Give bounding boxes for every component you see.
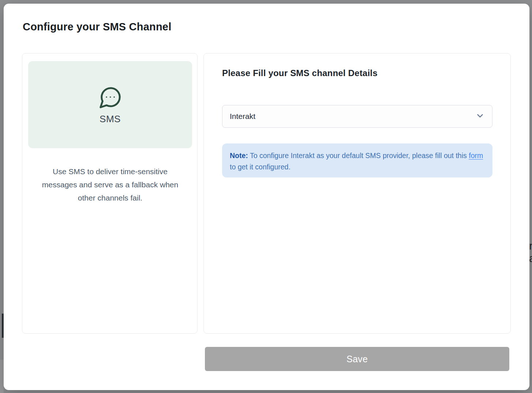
note-text: To configure Interakt as your default SM… bbox=[248, 151, 469, 160]
background-text-fragment: r bbox=[529, 240, 532, 252]
provider-note: Note: To configure Interakt as your defa… bbox=[222, 143, 492, 177]
sms-chat-bubble-icon bbox=[97, 85, 123, 111]
form-link[interactable]: form bbox=[469, 151, 483, 160]
background-page-fragment bbox=[0, 360, 4, 393]
selected-provider-value: Interakt bbox=[230, 112, 255, 121]
save-button[interactable]: Save bbox=[205, 347, 509, 371]
sms-provider-select[interactable]: Interakt bbox=[222, 105, 492, 128]
channel-name-label: SMS bbox=[100, 113, 121, 125]
note-label: Note: bbox=[230, 151, 248, 160]
sms-channel-tile: SMS bbox=[28, 61, 192, 148]
background-text-fragment: a bbox=[529, 252, 532, 265]
channel-description: Use SMS to deliver time-sensitive messag… bbox=[41, 165, 180, 205]
channel-details-card: Please Fill your SMS channel Details Int… bbox=[203, 53, 511, 334]
channel-summary-card: SMS Use SMS to deliver time-sensitive me… bbox=[22, 53, 198, 334]
sms-channel-config-modal: Configure your SMS Channel SMS Use SMS t… bbox=[4, 4, 529, 390]
modal-title: Configure your SMS Channel bbox=[23, 21, 171, 33]
chevron-down-icon bbox=[475, 111, 485, 122]
note-text: to get it configured. bbox=[230, 163, 291, 171]
details-heading: Please Fill your SMS channel Details bbox=[222, 68, 378, 78]
